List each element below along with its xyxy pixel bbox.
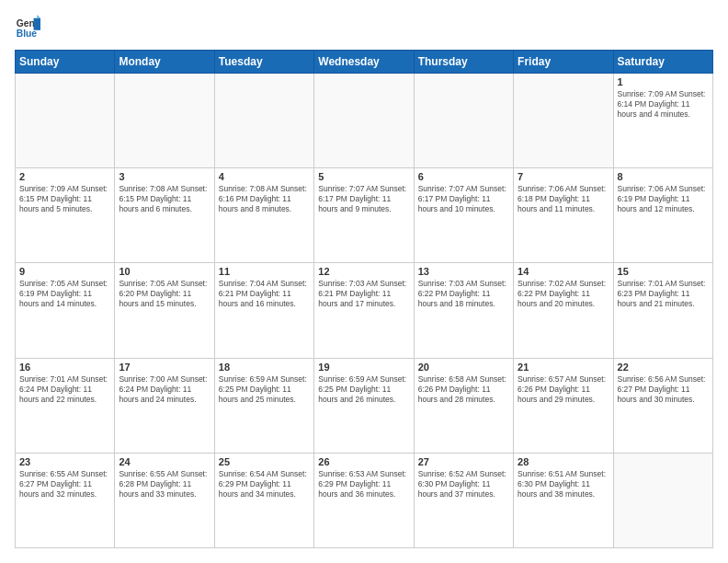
day-number: 26: [318, 456, 409, 467]
day-number: 2: [19, 171, 110, 182]
day-number: 27: [418, 456, 509, 467]
day-info: Sunrise: 7:05 AM Sunset: 6:20 PM Dayligh…: [119, 279, 210, 309]
day-number: 9: [19, 266, 110, 277]
day-number: 22: [618, 362, 709, 373]
calendar-cell: 8Sunrise: 7:06 AM Sunset: 6:19 PM Daylig…: [613, 168, 712, 263]
day-number: 5: [318, 171, 409, 182]
calendar-week-row: 2Sunrise: 7:09 AM Sunset: 6:15 PM Daylig…: [16, 168, 713, 263]
day-number: 10: [119, 266, 210, 277]
weekday-header: Saturday: [613, 51, 712, 74]
weekday-header: Thursday: [414, 51, 513, 74]
calendar-cell: 11Sunrise: 7:04 AM Sunset: 6:21 PM Dayli…: [214, 263, 313, 358]
day-info: Sunrise: 7:06 AM Sunset: 6:18 PM Dayligh…: [518, 184, 609, 214]
calendar-cell: 9Sunrise: 7:05 AM Sunset: 6:19 PM Daylig…: [16, 263, 115, 358]
calendar-week-row: 23Sunrise: 6:55 AM Sunset: 6:27 PM Dayli…: [16, 453, 713, 547]
calendar-cell: 24Sunrise: 6:55 AM Sunset: 6:28 PM Dayli…: [115, 453, 214, 547]
calendar-cell: 6Sunrise: 7:07 AM Sunset: 6:17 PM Daylig…: [414, 168, 513, 263]
calendar-cell: 21Sunrise: 6:57 AM Sunset: 6:26 PM Dayli…: [514, 358, 613, 453]
day-info: Sunrise: 7:03 AM Sunset: 6:21 PM Dayligh…: [318, 279, 409, 309]
calendar-cell: 3Sunrise: 7:08 AM Sunset: 6:15 PM Daylig…: [115, 168, 214, 263]
day-number: 24: [119, 456, 210, 467]
calendar-cell: 2Sunrise: 7:09 AM Sunset: 6:15 PM Daylig…: [16, 168, 115, 263]
day-number: 11: [219, 266, 310, 277]
day-number: 7: [518, 171, 609, 182]
day-info: Sunrise: 7:07 AM Sunset: 6:17 PM Dayligh…: [418, 184, 509, 214]
day-info: Sunrise: 7:02 AM Sunset: 6:22 PM Dayligh…: [518, 279, 609, 309]
calendar-cell: [16, 74, 115, 168]
day-info: Sunrise: 6:59 AM Sunset: 6:25 PM Dayligh…: [219, 374, 310, 405]
calendar-cell: 14Sunrise: 7:02 AM Sunset: 6:22 PM Dayli…: [514, 263, 613, 358]
calendar-cell: [314, 74, 414, 168]
day-number: 15: [618, 266, 709, 277]
weekday-header: Friday: [514, 51, 613, 74]
logo-icon: General Blue: [15, 15, 40, 40]
day-info: Sunrise: 6:55 AM Sunset: 6:27 PM Dayligh…: [19, 469, 110, 500]
calendar-cell: 7Sunrise: 7:06 AM Sunset: 6:18 PM Daylig…: [514, 168, 613, 263]
day-info: Sunrise: 6:55 AM Sunset: 6:28 PM Dayligh…: [119, 469, 210, 500]
calendar-cell: 22Sunrise: 6:56 AM Sunset: 6:27 PM Dayli…: [613, 358, 712, 453]
calendar-cell: 12Sunrise: 7:03 AM Sunset: 6:21 PM Dayli…: [314, 263, 414, 358]
day-number: 17: [119, 362, 210, 373]
day-number: 13: [418, 266, 509, 277]
day-info: Sunrise: 7:07 AM Sunset: 6:17 PM Dayligh…: [318, 184, 409, 214]
calendar-cell: 15Sunrise: 7:01 AM Sunset: 6:23 PM Dayli…: [613, 263, 712, 358]
day-number: 3: [119, 171, 210, 182]
day-number: 14: [518, 266, 609, 277]
day-info: Sunrise: 7:09 AM Sunset: 6:15 PM Dayligh…: [19, 184, 110, 214]
day-info: Sunrise: 7:08 AM Sunset: 6:15 PM Dayligh…: [119, 184, 210, 214]
day-number: 20: [418, 362, 509, 373]
day-number: 6: [418, 171, 509, 182]
day-number: 18: [219, 362, 310, 373]
calendar-cell: 4Sunrise: 7:08 AM Sunset: 6:16 PM Daylig…: [214, 168, 313, 263]
calendar-cell: 20Sunrise: 6:58 AM Sunset: 6:26 PM Dayli…: [414, 358, 513, 453]
day-number: 16: [19, 362, 110, 373]
day-number: 23: [19, 456, 110, 467]
calendar-cell: 27Sunrise: 6:52 AM Sunset: 6:30 PM Dayli…: [414, 453, 513, 547]
day-info: Sunrise: 7:00 AM Sunset: 6:24 PM Dayligh…: [119, 374, 210, 405]
weekday-header: Wednesday: [314, 51, 414, 74]
day-number: 8: [618, 171, 709, 182]
calendar-cell: 5Sunrise: 7:07 AM Sunset: 6:17 PM Daylig…: [314, 168, 414, 263]
day-number: 28: [518, 456, 609, 467]
day-info: Sunrise: 6:58 AM Sunset: 6:26 PM Dayligh…: [418, 374, 509, 405]
calendar-cell: [214, 74, 313, 168]
calendar-cell: 16Sunrise: 7:01 AM Sunset: 6:24 PM Dayli…: [16, 358, 115, 453]
day-info: Sunrise: 7:01 AM Sunset: 6:23 PM Dayligh…: [618, 279, 709, 309]
day-info: Sunrise: 6:54 AM Sunset: 6:29 PM Dayligh…: [219, 469, 310, 500]
calendar-cell: 26Sunrise: 6:53 AM Sunset: 6:29 PM Dayli…: [314, 453, 414, 547]
day-number: 19: [318, 362, 409, 373]
calendar-cell: 28Sunrise: 6:51 AM Sunset: 6:30 PM Dayli…: [514, 453, 613, 547]
calendar-week-row: 16Sunrise: 7:01 AM Sunset: 6:24 PM Dayli…: [16, 358, 713, 453]
weekday-header: Tuesday: [214, 51, 313, 74]
day-number: 4: [219, 171, 310, 182]
day-number: 25: [219, 456, 310, 467]
weekday-header: Sunday: [16, 51, 115, 74]
calendar-cell: [414, 74, 513, 168]
calendar-cell: 13Sunrise: 7:03 AM Sunset: 6:22 PM Dayli…: [414, 263, 513, 358]
calendar-cell: 17Sunrise: 7:00 AM Sunset: 6:24 PM Dayli…: [115, 358, 214, 453]
calendar-cell: [613, 453, 712, 547]
day-info: Sunrise: 7:08 AM Sunset: 6:16 PM Dayligh…: [219, 184, 310, 214]
calendar-table: SundayMondayTuesdayWednesdayThursdayFrid…: [15, 50, 713, 548]
logo: General Blue: [15, 15, 44, 40]
calendar-cell: [514, 74, 613, 168]
day-info: Sunrise: 6:59 AM Sunset: 6:25 PM Dayligh…: [318, 374, 409, 405]
day-number: 12: [318, 266, 409, 277]
calendar-cell: 23Sunrise: 6:55 AM Sunset: 6:27 PM Dayli…: [16, 453, 115, 547]
day-info: Sunrise: 7:04 AM Sunset: 6:21 PM Dayligh…: [219, 279, 310, 309]
svg-text:Blue: Blue: [17, 29, 38, 39]
day-info: Sunrise: 6:51 AM Sunset: 6:30 PM Dayligh…: [518, 469, 609, 500]
day-info: Sunrise: 6:53 AM Sunset: 6:29 PM Dayligh…: [318, 469, 409, 500]
day-info: Sunrise: 7:06 AM Sunset: 6:19 PM Dayligh…: [618, 184, 709, 214]
calendar-cell: 18Sunrise: 6:59 AM Sunset: 6:25 PM Dayli…: [214, 358, 313, 453]
day-info: Sunrise: 6:52 AM Sunset: 6:30 PM Dayligh…: [418, 469, 509, 500]
svg-marker-3: [37, 15, 40, 18]
calendar-cell: 10Sunrise: 7:05 AM Sunset: 6:20 PM Dayli…: [115, 263, 214, 358]
calendar-cell: [115, 74, 214, 168]
calendar-cell: 25Sunrise: 6:54 AM Sunset: 6:29 PM Dayli…: [214, 453, 313, 547]
svg-marker-2: [34, 18, 40, 30]
day-info: Sunrise: 6:57 AM Sunset: 6:26 PM Dayligh…: [518, 374, 609, 405]
day-info: Sunrise: 7:03 AM Sunset: 6:22 PM Dayligh…: [418, 279, 509, 309]
day-info: Sunrise: 7:05 AM Sunset: 6:19 PM Dayligh…: [19, 279, 110, 309]
page-header: General Blue: [15, 15, 713, 40]
